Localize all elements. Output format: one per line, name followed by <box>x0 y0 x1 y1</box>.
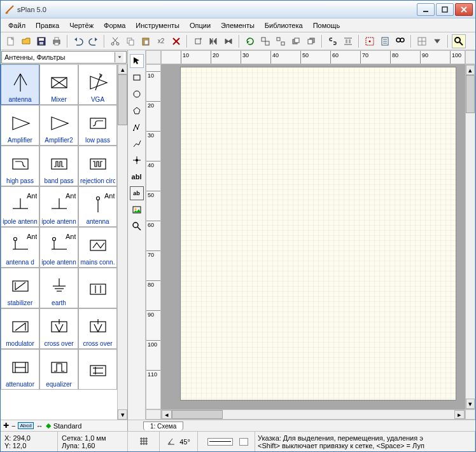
library-item[interactable]: Amplifier <box>1 105 39 146</box>
canvas-hscroll[interactable]: ◂▸ <box>161 409 465 420</box>
menu-tools[interactable]: Инструменты <box>130 20 185 31</box>
mirror-v-button[interactable] <box>221 34 235 48</box>
refresh-button[interactable] <box>243 34 257 48</box>
canvas-vscroll[interactable]: ▴▾ <box>465 64 475 409</box>
maximize-button[interactable] <box>436 3 454 16</box>
dropdown-button[interactable] <box>430 34 444 48</box>
library-item[interactable]: modulator <box>1 308 39 349</box>
fill-style-icon[interactable] <box>239 438 248 446</box>
special-tool[interactable] <box>130 120 144 134</box>
menu-edit[interactable]: Правка <box>31 20 64 31</box>
node-tool[interactable] <box>130 153 144 167</box>
library-category-select[interactable]: Антенны, Фильтры <box>1 51 127 64</box>
library-item[interactable]: Ant0antenna d <box>1 227 39 268</box>
line-tool[interactable] <box>130 137 144 151</box>
library-scrollbar[interactable]: ▴ ▾ <box>117 64 127 420</box>
image-tool[interactable] <box>130 203 144 217</box>
page[interactable] <box>180 67 456 401</box>
library-item[interactable]: attenuator <box>1 349 39 390</box>
library-item[interactable]: earth <box>39 268 78 308</box>
minus-icon[interactable]: − <box>11 422 15 430</box>
front-button[interactable] <box>289 34 303 48</box>
svg-point-119 <box>133 223 138 228</box>
svg-rect-18 <box>144 40 148 45</box>
layer-icon: ◆ <box>46 421 51 430</box>
textframe-tool[interactable]: ab <box>130 186 144 200</box>
rotate-button[interactable] <box>191 34 205 48</box>
mirror-h-button[interactable] <box>206 34 220 48</box>
library-item[interactable]: low pass <box>78 105 117 146</box>
canvas[interactable] <box>161 64 465 409</box>
open-button[interactable] <box>19 34 33 48</box>
library-item[interactable]: Ant0ipole antenn <box>39 186 78 227</box>
cut-button[interactable] <box>108 34 122 48</box>
text-tool[interactable]: abl <box>130 170 144 184</box>
rect-tool[interactable] <box>130 71 144 85</box>
plus-icon[interactable]: ✚ <box>3 421 9 430</box>
scrollbar-thumb[interactable] <box>118 74 127 125</box>
magnifier-tool[interactable] <box>130 219 144 233</box>
new-button[interactable] <box>4 34 18 48</box>
scroll-down-icon[interactable]: ▾ <box>118 409 127 420</box>
list-button[interactable] <box>378 34 392 48</box>
label-icon[interactable]: Abcd <box>18 422 33 429</box>
library-item[interactable]: Ant0ipole antenn <box>1 186 39 227</box>
library-item[interactable]: Ant0antenna <box>78 186 117 227</box>
find-button[interactable] <box>393 34 407 48</box>
paste-button[interactable] <box>139 34 153 48</box>
line-style-icon[interactable] <box>207 438 233 446</box>
arrow-icon[interactable]: ↔ <box>36 422 43 430</box>
svg-rect-29 <box>308 39 312 44</box>
library-item[interactable]: stabilizer <box>1 268 39 308</box>
library-item[interactable] <box>78 268 117 308</box>
menu-drawing[interactable]: Чертёж <box>64 20 99 31</box>
copy-button[interactable] <box>123 34 137 48</box>
menu-options[interactable]: Опции <box>185 20 216 31</box>
library-item[interactable]: cross over <box>39 308 78 349</box>
group-button[interactable] <box>258 34 272 48</box>
snap-button[interactable] <box>363 34 377 48</box>
library-item[interactable]: band pass <box>39 146 78 186</box>
undo-button[interactable] <box>71 34 85 48</box>
menu-library[interactable]: Библиотека <box>260 20 308 31</box>
align-button[interactable] <box>341 34 355 48</box>
svg-point-71 <box>13 237 17 240</box>
library-item[interactable]: rejection circ <box>78 146 117 186</box>
status-grid: Сетка: 1,0 мм <box>62 434 123 442</box>
close-button[interactable] <box>455 3 473 16</box>
menu-file[interactable]: Файл <box>3 20 31 31</box>
grid-icon[interactable] <box>139 437 148 447</box>
menu-shape[interactable]: Форма <box>99 20 130 31</box>
sheet-tab-1[interactable]: 1: Схема <box>143 421 183 430</box>
duplicate-button[interactable]: x2 <box>154 34 168 48</box>
delete-button[interactable] <box>169 34 183 48</box>
library-item[interactable]: high pass <box>1 146 39 186</box>
angle-icon[interactable] <box>167 437 176 447</box>
library-item[interactable]: Ant0ipole antenn <box>39 227 78 268</box>
library-item[interactable]: equalizer <box>39 349 78 390</box>
library-item[interactable]: mains conn. <box>78 227 117 268</box>
library-item[interactable]: VGA <box>78 64 117 105</box>
menu-elements[interactable]: Элементы <box>216 20 260 31</box>
ungroup-button[interactable] <box>274 34 288 48</box>
link-button[interactable] <box>326 34 340 48</box>
library-item[interactable]: Mixer <box>39 64 78 105</box>
scroll-up-icon[interactable]: ▴ <box>118 64 127 74</box>
minimize-button[interactable] <box>417 3 435 16</box>
print-button[interactable] <box>50 34 64 48</box>
polygon-tool[interactable] <box>130 104 144 118</box>
back-button[interactable] <box>304 34 318 48</box>
pointer-tool[interactable] <box>130 54 144 68</box>
zoom-button[interactable] <box>452 34 466 48</box>
library-item[interactable]: cross over <box>78 308 117 349</box>
library-item[interactable] <box>78 349 117 390</box>
grid-button[interactable] <box>415 34 429 48</box>
library-item-label: mains conn. <box>81 259 115 266</box>
library-item[interactable]: Amplifier2 <box>39 105 78 146</box>
redo-button[interactable] <box>87 34 101 48</box>
circle-tool[interactable] <box>130 87 144 101</box>
save-button[interactable] <box>34 34 48 48</box>
library-item[interactable]: antenna <box>1 64 39 105</box>
menu-help[interactable]: Помощь <box>308 20 346 31</box>
status-hint-2: <Shift> выключает привязку к сетке, <Spa… <box>258 442 472 449</box>
